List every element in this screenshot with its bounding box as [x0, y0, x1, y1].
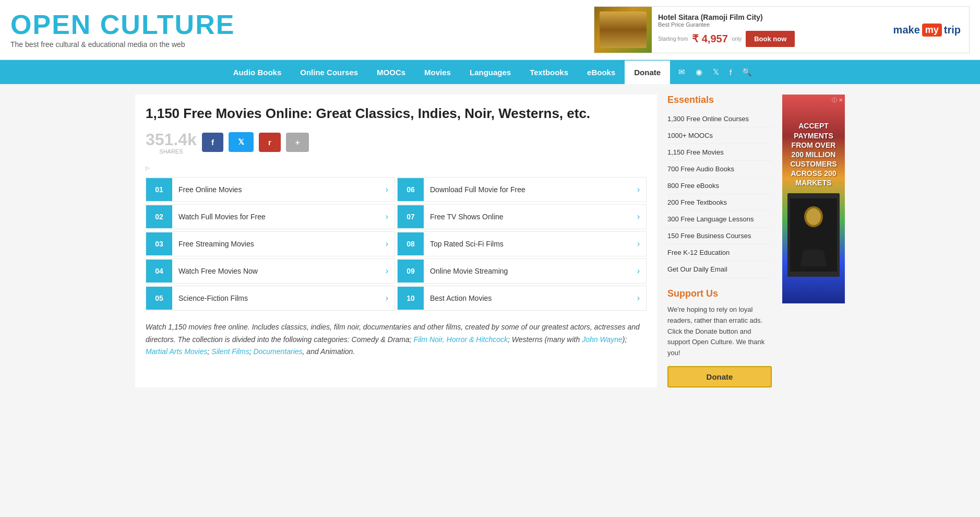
logo-tagline: The best free cultural & educational med… [10, 40, 235, 49]
link-text-06: Download Full Movie for Free [424, 178, 631, 201]
sidebar: Essentials 1,300 Free Online Courses 100… [667, 95, 772, 387]
links-grid: 01 Free Online Movies › 06 Download Full… [146, 177, 647, 311]
article-title: 1,150 Free Movies Online: Great Classics… [146, 105, 647, 123]
essentials-item-email[interactable]: Get Our Daily Email [667, 261, 772, 278]
nav-item-textbooks[interactable]: Textbooks [520, 61, 578, 84]
link-num-10: 10 [398, 287, 424, 310]
link-text-02: Watch Full Movies for Free [172, 205, 379, 228]
link-text-09: Online Movie Streaming [424, 260, 631, 283]
site-logo[interactable]: OPEN CULTURE [10, 11, 235, 38]
nav-item-languages[interactable]: Languages [460, 61, 520, 84]
link-text-10: Best Action Movies [424, 287, 631, 310]
ad-building-image [600, 11, 647, 48]
ad-content: Hotel Sitara (Ramoji Film City) Best Pri… [652, 9, 885, 51]
link-num-07: 07 [398, 205, 424, 228]
link-num-04: 04 [146, 260, 172, 283]
page-header: OPEN CULTURE The best free cultural & ed… [0, 0, 980, 60]
link-num-02: 02 [146, 205, 172, 228]
link-item-06[interactable]: 06 Download Full Movie for Free › [397, 177, 647, 202]
link-item-08[interactable]: 08 Top Rated Sci-Fi Films › [397, 231, 647, 256]
link-item-09[interactable]: 09 Online Movie Streaming › [397, 258, 647, 284]
silent-films-link[interactable]: Silent Films [211, 347, 249, 356]
facebook-icon[interactable]: f [725, 61, 736, 84]
nav-items-list: Audio Books Online Courses MOOCs Movies … [224, 61, 670, 84]
film-noir-link[interactable]: Film Noir, Horror & Hitchcock [414, 335, 508, 344]
essentials-item-k12[interactable]: Free K-12 Education [667, 244, 772, 261]
ad-book-button[interactable]: Book now [746, 31, 795, 47]
article-content: 1,150 Free Movies Online: Great Classics… [135, 95, 657, 387]
nav-item-online-courses[interactable]: Online Courses [291, 61, 367, 84]
link-text-07: Free TV Shows Online [424, 205, 631, 228]
ad-hotel-name: Hotel Sitara (Ramoji Film City) [658, 13, 879, 21]
ad-mmt-my: my [922, 24, 942, 37]
more-share-button[interactable]: + [286, 133, 309, 152]
right-advertisement: ⓘ ✕ ACCEPT PAYMENTS FROM OVER 200 MILLIO… [782, 95, 845, 387]
ad-image [594, 6, 652, 53]
logo-area: OPEN CULTURE The best free cultural & ed… [10, 11, 235, 49]
link-arrow-03: › [379, 232, 395, 256]
essentials-item-audio-books[interactable]: 700 Free Audio Books [667, 161, 772, 178]
essentials-item-online-courses[interactable]: 1,300 Free Online Courses [667, 111, 772, 127]
link-text-03: Free Streaming Movies [172, 232, 379, 255]
inline-ad: ▷ [146, 165, 647, 171]
nav-item-moocs[interactable]: MOOCs [367, 61, 415, 84]
link-num-03: 03 [146, 232, 172, 255]
facebook-share-button[interactable]: f [202, 133, 223, 152]
nav-item-movies[interactable]: Movies [415, 61, 460, 84]
link-item-10[interactable]: 10 Best Action Movies › [397, 286, 647, 311]
essentials-item-language-lessons[interactable]: 300 Free Language Lessons [667, 211, 772, 228]
link-item-01[interactable]: 01 Free Online Movies › [146, 177, 395, 202]
john-wayne-link[interactable]: John Wayne [582, 335, 623, 344]
link-num-06: 06 [398, 178, 424, 201]
link-text-05: Science-Fiction Films [172, 287, 379, 310]
ad-makemytrip-logo: make my trip [885, 24, 969, 37]
essentials-item-movies[interactable]: 1,150 Free Movies [667, 144, 772, 161]
link-item-05[interactable]: 05 Science-Fiction Films › [146, 286, 395, 311]
essentials-item-moocs[interactable]: 1000+ MOOCs [667, 127, 772, 144]
reddit-share-button[interactable]: r [259, 133, 281, 152]
rss-icon[interactable]: ◉ [691, 60, 707, 84]
nav-item-ebooks[interactable]: eBooks [578, 61, 625, 84]
link-arrow-04: › [379, 259, 395, 283]
essentials-item-ebooks[interactable]: 800 Free eBooks [667, 178, 772, 194]
martial-arts-link[interactable]: Martial Arts Movies [146, 347, 208, 356]
essentials-item-business-courses[interactable]: 150 Free Business Courses [667, 228, 772, 244]
nav-item-audiobooks[interactable]: Audio Books [224, 61, 291, 84]
link-item-07[interactable]: 07 Free TV Shows Online › [397, 204, 647, 229]
ad-guarantee: Best Price Gurantee [658, 21, 879, 28]
nav-item-donate[interactable]: Donate [625, 61, 670, 84]
share-section: 351.4k SHARES f 𝕏 r + [146, 130, 647, 155]
essentials-title: Essentials [667, 95, 772, 105]
link-num-05: 05 [146, 287, 172, 310]
main-content-wrapper: 1,150 Free Movies Online: Great Classics… [125, 84, 855, 398]
right-ad-box: ⓘ ✕ ACCEPT PAYMENTS FROM OVER 200 MILLIO… [782, 95, 845, 303]
link-text-01: Free Online Movies [172, 178, 379, 201]
ad-mmt-make: make [893, 24, 920, 36]
right-ad-info-icon[interactable]: ⓘ ✕ [832, 97, 843, 104]
article-body: Watch 1,150 movies free online. Includes… [146, 321, 647, 358]
link-num-09: 09 [398, 260, 424, 283]
link-arrow-08: › [631, 232, 646, 256]
email-icon[interactable]: ✉ [674, 60, 689, 84]
twitter-icon[interactable]: 𝕏 [709, 60, 723, 84]
header-advertisement: Hotel Sitara (Ramoji Film City) Best Pri… [594, 6, 970, 53]
link-item-02[interactable]: 02 Watch Full Movies for Free › [146, 204, 395, 229]
search-icon[interactable]: 🔍 [738, 60, 756, 84]
twitter-share-button[interactable]: 𝕏 [229, 132, 254, 152]
essentials-list: 1,300 Free Online Courses 1000+ MOOCs 1,… [667, 111, 772, 278]
documentaries-link[interactable]: Documentaries [253, 347, 302, 356]
right-ad-person-image [787, 193, 840, 277]
link-text-08: Top Rated Sci-Fi Films [424, 232, 631, 255]
share-count: 351.4k [146, 130, 197, 149]
link-item-03[interactable]: 03 Free Streaming Movies › [146, 231, 395, 256]
link-arrow-10: › [631, 286, 646, 310]
ad-only: only [732, 36, 742, 42]
donate-button[interactable]: Donate [667, 366, 772, 387]
link-arrow-07: › [631, 205, 646, 229]
ad-price-row: Starting from ₹ 4,957 only Book now [658, 31, 879, 47]
essentials-item-textbooks[interactable]: 200 Free Textbooks [667, 194, 772, 211]
link-arrow-01: › [379, 178, 395, 202]
ad-price: ₹ 4,957 [692, 32, 728, 45]
ad-starting-from: Starting from [658, 36, 688, 42]
link-item-04[interactable]: 04 Watch Free Movies Now › [146, 258, 395, 284]
